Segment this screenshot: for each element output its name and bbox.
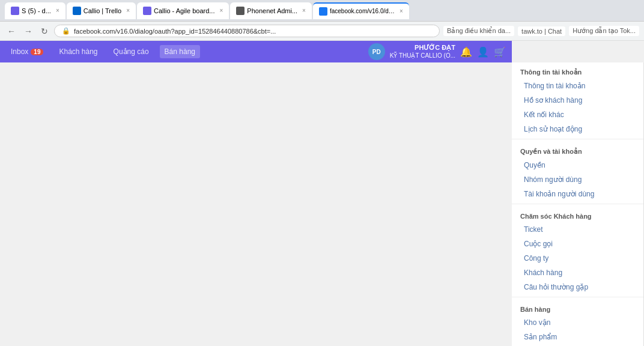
nav-quangcao-label: Quảng cáo [114, 47, 149, 56]
sidebar-item-congty[interactable]: Công ty [512, 251, 643, 266]
sidebar-item-cuocgoi[interactable]: Cuộc gọi [512, 237, 643, 251]
bookmark-2[interactable]: tawk.to | Chat [518, 26, 565, 36]
user-avatar: PD [368, 43, 385, 60]
sidebar-item-nhom[interactable]: Nhóm người dùng [512, 172, 643, 187]
user-info: PHƯỚC ĐẠT KỸ THUẬT CALLIO (O... [390, 44, 455, 59]
back-button[interactable]: ← [5, 25, 18, 37]
nav-inbox-label: Inbox [11, 47, 28, 56]
tab-4[interactable]: Phonenet Admi... × [230, 2, 312, 19]
sidebar-item-ticket[interactable]: Ticket [512, 222, 643, 237]
user-icon[interactable]: 👤 [477, 46, 489, 58]
tab-close-3[interactable]: × [219, 7, 223, 14]
sidebar-section-1-title: Thông tin tài khoản [512, 62, 643, 79]
tab-3[interactable]: Callio - Agile board... × [137, 2, 229, 19]
user-area: PD PHƯỚC ĐẠT KỸ THUẬT CALLIO (O... 🔔 👤 🛒 [368, 43, 506, 60]
cart-icon[interactable]: 🛒 [494, 46, 506, 58]
address-bar[interactable]: 🔒 facebook.com/v16.0/dialog/oauth?app_id… [54, 25, 440, 37]
sidebar-item-lichsu[interactable]: Lịch sử hoạt động [512, 122, 643, 136]
nav-inbox[interactable]: Inbox 19 [6, 45, 48, 58]
address-bar-row: ← → ↻ 🔒 facebook.com/v16.0/dialog/oauth?… [0, 22, 644, 41]
tab-label-4: Phonenet Admi... [247, 7, 297, 14]
tab-label-5: facebook.com/v16.0/dialog/oauth?app_id=1… [330, 8, 395, 14]
sidebar-item-khovan[interactable]: Kho vận [512, 315, 643, 330]
tab-2[interactable]: Callio | Trello × [67, 2, 136, 19]
reload-button[interactable]: ↻ [38, 25, 50, 37]
tab-label-2: Callio | Trello [84, 7, 121, 14]
user-name: PHƯỚC ĐẠT [390, 44, 455, 52]
tab-bar: S (5) - d... × Callio | Trello × Callio … [0, 0, 644, 22]
sidebar-item-ketnoikhac[interactable]: Kết nối khác [512, 108, 643, 122]
sidebar-section-3-title: Chăm sóc Khách hàng [512, 207, 643, 222]
sidebar-item-cauhoi[interactable]: Câu hỏi thường gặp [512, 280, 643, 294]
sidebar-item-khachhang[interactable]: Khách hàng [512, 266, 643, 280]
sidebar-section-2-title: Quyền và tài khoản [512, 142, 643, 158]
tab-5-active[interactable]: facebook.com/v16.0/dialog/oauth?app_id=1… [313, 2, 409, 19]
tab-label-1: S (5) - d... [22, 7, 51, 14]
nav-banhang-label: Bán hàng [165, 47, 195, 56]
tab-favicon-1 [11, 7, 19, 15]
tab-favicon-4 [236, 7, 245, 15]
tab-favicon-3 [143, 7, 151, 15]
tab-close-2[interactable]: × [126, 7, 130, 14]
divider-2 [512, 204, 643, 204]
sidebar-item-taikhoan[interactable]: Tài khoản người dùng [512, 187, 643, 201]
tab-close-1[interactable]: × [56, 7, 59, 14]
nav-banhang[interactable]: Bán hàng [160, 45, 200, 58]
tab-close-4[interactable]: × [302, 7, 306, 14]
main-layout: Inbox 19 Khách hàng Quảng cáo Bán hàng P… [0, 41, 644, 346]
tab-close-5[interactable]: × [399, 8, 403, 14]
tab-label-3: Callio - Agile board... [154, 7, 215, 14]
nav-khachhang-label: Khách hàng [59, 47, 97, 56]
browser-chrome: S (5) - d... × Callio | Trello × Callio … [0, 0, 644, 41]
user-subtitle: KỸ THUẬT CALLIO (O... [390, 52, 455, 59]
bookmark-bar: Bảng điều khiển da... tawk.to | Chat Hướ… [443, 26, 639, 36]
bell-icon[interactable]: 🔔 [460, 46, 472, 58]
sidebar-item-thongtin[interactable]: Thông tin tài khoản [512, 79, 643, 93]
browser-tabs: S (5) - d... × Callio | Trello × Callio … [5, 2, 639, 19]
forward-button[interactable]: → [22, 25, 35, 37]
address-text: facebook.com/v16.0/dialog/oauth?app_id=1… [74, 28, 432, 35]
tab-1[interactable]: S (5) - d... × [5, 2, 65, 19]
tab-favicon-2 [73, 7, 81, 15]
sidebar-item-hosokhachhang[interactable]: Hồ sơ khách hàng [512, 93, 643, 108]
divider-1 [512, 139, 643, 139]
lock-icon: 🔒 [62, 27, 70, 35]
nav-khachhang[interactable]: Khách hàng [54, 45, 102, 58]
inbox-badge: 19 [31, 49, 43, 55]
bookmark-3[interactable]: Hướng dẫn tạo Tok... [569, 26, 639, 36]
sidebar-section-4-title: Bán hàng [512, 300, 643, 315]
tab-favicon-5 [319, 7, 327, 16]
divider-3 [512, 297, 643, 297]
nav-quangcao[interactable]: Quảng cáo [109, 45, 154, 58]
sidebar-item-quyen[interactable]: Quyền [512, 158, 643, 172]
sidebar-item-sanpham[interactable]: Sản phẩm [512, 330, 643, 344]
bookmark-1[interactable]: Bảng điều khiển da... [443, 26, 514, 36]
top-nav: Inbox 19 Khách hàng Quảng cáo Bán hàng P… [0, 41, 512, 62]
sidebar: Thông tin tài khoản Thông tin tài khoản … [512, 62, 644, 346]
